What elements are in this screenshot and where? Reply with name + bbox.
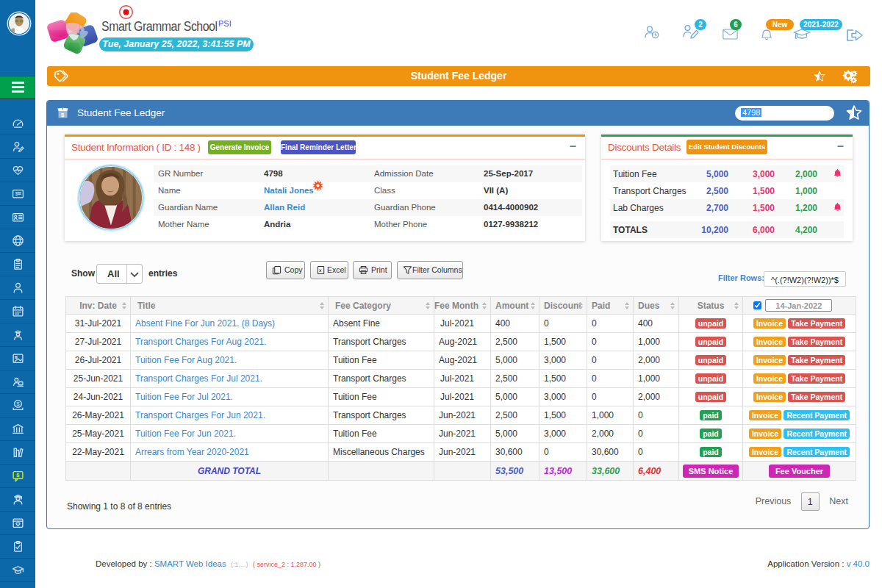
svg-text:$: $ (16, 401, 19, 406)
svg-text:$: $ (61, 112, 65, 118)
svg-text:$: $ (16, 472, 20, 478)
